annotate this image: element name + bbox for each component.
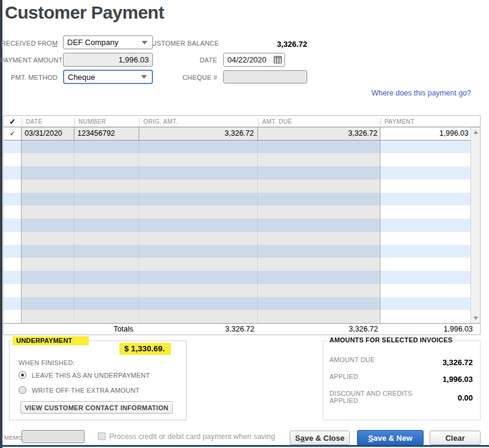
table-row-empty[interactable]: [4, 166, 470, 180]
pmt-method-dropdown[interactable]: Cheque: [63, 70, 153, 84]
table-row-empty[interactable]: [4, 193, 470, 206]
table-cell[interactable]: [4, 141, 22, 154]
date-input[interactable]: 04/22/2020: [223, 53, 285, 67]
table-cell[interactable]: [139, 141, 258, 154]
table-cell[interactable]: [22, 193, 74, 206]
table-cell[interactable]: [139, 258, 258, 271]
save-and-new-button[interactable]: Save & New: [357, 430, 424, 446]
table-cell[interactable]: [22, 245, 74, 258]
table-row-empty[interactable]: [4, 297, 470, 310]
table-cell[interactable]: [4, 180, 22, 193]
table-cell[interactable]: [4, 271, 22, 284]
row-orig-amt-cell[interactable]: 3,326.72: [139, 127, 258, 141]
table-cell[interactable]: [74, 166, 139, 180]
table-row-selected-invoice[interactable]: ✓ 03/31/2020 123456792 3,326.72 3,326.72…: [4, 127, 470, 141]
table-cell[interactable]: [139, 153, 258, 166]
table-cell[interactable]: [380, 258, 470, 271]
table-cell[interactable]: [74, 205, 139, 219]
process-card-checkbox[interactable]: [98, 432, 106, 440]
table-cell[interactable]: [74, 310, 139, 323]
table-cell[interactable]: [139, 166, 258, 180]
table-cell[interactable]: [74, 219, 139, 232]
scroll-up-icon[interactable]: [471, 127, 480, 137]
table-row-empty[interactable]: [4, 141, 470, 154]
table-cell[interactable]: [4, 193, 22, 206]
table-scrollbar[interactable]: [470, 127, 480, 323]
table-cell[interactable]: [74, 193, 139, 206]
table-cell[interactable]: [74, 153, 139, 166]
number-column-header[interactable]: NUMBER: [74, 116, 139, 127]
table-cell[interactable]: [22, 232, 74, 245]
table-cell[interactable]: [258, 205, 380, 219]
table-row-empty[interactable]: [4, 219, 470, 232]
row-number-cell[interactable]: 123456792: [74, 127, 139, 141]
memo-input[interactable]: [22, 430, 85, 443]
table-row-empty[interactable]: [4, 232, 470, 245]
table-cell[interactable]: [139, 284, 258, 297]
orig-amt-column-header[interactable]: ORIG. AMT.: [139, 116, 258, 127]
radio-selected-icon[interactable]: [19, 371, 26, 379]
table-cell[interactable]: [139, 205, 258, 219]
amt-due-column-header[interactable]: AMT. DUE: [258, 116, 380, 127]
table-cell[interactable]: [380, 166, 470, 180]
table-row-empty[interactable]: [4, 205, 470, 219]
row-amt-due-cell[interactable]: 3,326.72: [258, 127, 380, 141]
table-cell[interactable]: [139, 219, 258, 232]
table-cell[interactable]: [380, 232, 470, 245]
date-column-header[interactable]: DATE: [22, 116, 74, 127]
table-cell[interactable]: [74, 284, 139, 297]
table-cell[interactable]: [258, 297, 380, 310]
payment-amount-input[interactable]: [63, 53, 153, 67]
table-cell[interactable]: [74, 245, 139, 258]
clear-button[interactable]: Clear: [430, 431, 481, 445]
calendar-icon[interactable]: [274, 56, 282, 64]
table-cell[interactable]: [380, 141, 470, 154]
table-cell[interactable]: [139, 232, 258, 245]
table-row-empty[interactable]: [4, 153, 470, 166]
view-customer-contact-button[interactable]: VIEW CUSTOMER CONTACT INFORMATION: [20, 401, 173, 414]
table-cell[interactable]: [258, 310, 380, 323]
scroll-down-icon[interactable]: [471, 313, 480, 323]
payment-column-header[interactable]: PAYMENT: [380, 116, 470, 127]
table-cell[interactable]: [4, 310, 22, 323]
where-does-payment-go-link[interactable]: Where does this payment go?: [360, 89, 471, 97]
table-cell[interactable]: [139, 180, 258, 193]
table-cell[interactable]: [380, 205, 470, 219]
table-cell[interactable]: [74, 141, 139, 154]
table-cell[interactable]: [74, 271, 139, 284]
table-cell[interactable]: [22, 284, 74, 297]
table-cell[interactable]: [380, 180, 470, 193]
table-cell[interactable]: [22, 258, 74, 271]
table-cell[interactable]: [380, 153, 470, 166]
table-row-empty[interactable]: [4, 258, 470, 271]
table-cell[interactable]: [74, 297, 139, 310]
table-cell[interactable]: [4, 245, 22, 258]
table-cell[interactable]: [258, 180, 380, 193]
table-row-empty[interactable]: [4, 284, 470, 297]
table-cell[interactable]: [4, 219, 22, 232]
row-date-cell[interactable]: 03/31/2020: [22, 127, 74, 141]
table-row-empty[interactable]: [4, 310, 470, 323]
cheque-number-input[interactable]: [223, 70, 307, 83]
table-cell[interactable]: [258, 141, 380, 154]
table-cell[interactable]: [4, 153, 22, 166]
table-row-empty[interactable]: [4, 245, 470, 258]
table-cell[interactable]: [258, 258, 380, 271]
row-payment-cell[interactable]: 1,996.03: [380, 127, 470, 141]
table-cell[interactable]: [74, 232, 139, 245]
table-cell[interactable]: [4, 166, 22, 180]
table-row-empty[interactable]: [4, 271, 470, 284]
table-cell[interactable]: [22, 205, 74, 219]
table-cell[interactable]: [380, 271, 470, 284]
table-cell[interactable]: [380, 219, 470, 232]
table-cell[interactable]: [22, 180, 74, 193]
table-cell[interactable]: [22, 153, 74, 166]
table-cell[interactable]: [22, 271, 74, 284]
table-cell[interactable]: [380, 297, 470, 310]
table-cell[interactable]: [4, 258, 22, 271]
table-cell[interactable]: [258, 166, 380, 180]
table-cell[interactable]: [258, 193, 380, 206]
received-from-dropdown[interactable]: DEF Company: [63, 35, 153, 49]
table-cell[interactable]: [139, 245, 258, 258]
table-cell[interactable]: [380, 310, 470, 323]
